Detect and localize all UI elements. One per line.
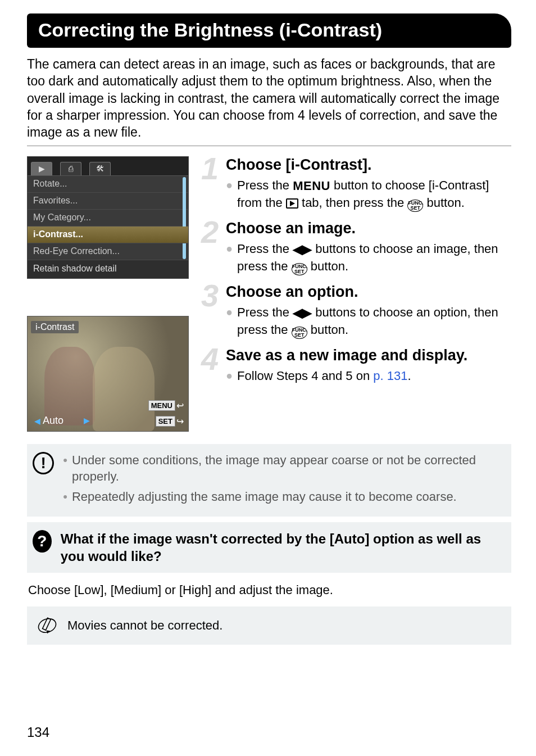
camera-screenshot: i-Contrast Auto ▶ MENU ↩ SET ↪ <box>27 316 189 432</box>
step-number: 3 <box>201 280 219 311</box>
step-number: 2 <box>201 216 219 248</box>
left-column: ▶ ⎙ 🛠 Rotate... Favorites... My Category… <box>27 156 189 432</box>
question-icon: ? <box>33 530 52 553</box>
text-fragment: tab, then press the <box>298 196 407 210</box>
bullet-text: Press the ◀▶ buttons to choose an option… <box>237 304 511 339</box>
text-fragment: button. <box>423 196 464 210</box>
bullet-dot-icon: ● <box>226 241 233 275</box>
caution-text: Repeatedly adjusting the same image may … <box>72 488 457 505</box>
note-text: Movies cannot be corrected. <box>67 618 222 633</box>
step-2: 2 Choose an image. ● Press the ◀▶ button… <box>201 220 511 275</box>
question-block: ? What if the image wasn't corrected by … <box>27 522 511 573</box>
tab-tools: 🛠 <box>89 162 111 175</box>
page-number: 134 <box>27 725 49 740</box>
menu-item-favorites: Favorites... <box>28 193 188 210</box>
step-title: Choose an option. <box>226 283 511 301</box>
menu-caption: Retain shadow detail <box>28 260 188 278</box>
camera-menu-indicator: MENU ↩ <box>148 400 184 411</box>
intro-paragraph: The camera can detect areas in an image,… <box>27 56 511 141</box>
step-3: 3 Choose an option. ● Press the ◀▶ butto… <box>201 283 511 339</box>
caution-item: Repeatedly adjusting the same image may … <box>63 488 502 505</box>
note-block: Movies cannot be corrected. <box>27 606 511 645</box>
text-fragment: button. <box>307 323 348 337</box>
bullet-dot-icon: ● <box>226 368 233 384</box>
step-bullet: ● Press the ◀▶ buttons to choose an imag… <box>226 241 511 275</box>
camera-auto-label: Auto <box>34 415 63 427</box>
camera-figure-left <box>44 347 95 425</box>
divider <box>27 146 511 146</box>
step-4: 4 Save as a new image and display. ● Fol… <box>201 347 511 384</box>
step-bullet: ● Follow Steps 4 and 5 on p. 131. <box>226 368 511 384</box>
step-title: Save as a new image and display. <box>226 347 511 364</box>
bullet-text: Press the ◀▶ buttons to choose an image,… <box>237 241 511 275</box>
answer-text: Choose [Low], [Medium] or [High] and adj… <box>28 583 511 597</box>
page-link[interactable]: p. 131 <box>373 369 407 383</box>
set-button-label: SET <box>156 416 175 427</box>
enter-icon: ↪ <box>176 416 184 427</box>
text-fragment: button. <box>307 259 348 273</box>
content-columns: ▶ ⎙ 🛠 Rotate... Favorites... My Category… <box>27 156 511 432</box>
step-title: Choose [i-Contrast]. <box>226 156 511 174</box>
caution-list: Under some conditions, the image may app… <box>63 452 502 509</box>
bullet-text: Follow Steps 4 and 5 on p. 131. <box>237 368 511 384</box>
func-set-icon: FUNC.SET <box>407 200 423 212</box>
camera-top-label: i-Contrast <box>31 321 79 333</box>
tools-tab-icon: 🛠 <box>96 164 104 173</box>
menu-button-label: MENU <box>148 400 175 411</box>
right-arrow-icon: ▶ <box>84 416 90 425</box>
right-column: 1 Choose [i-Contrast]. ● Press the MENU … <box>201 156 511 432</box>
menu-tabs: ▶ ⎙ 🛠 <box>28 157 188 176</box>
step-1: 1 Choose [i-Contrast]. ● Press the MENU … <box>201 156 511 212</box>
bullet-dot-icon: ● <box>226 304 233 339</box>
caution-block: ! Under some conditions, the image may a… <box>27 444 511 517</box>
step-number: 1 <box>201 153 219 184</box>
page: Correcting the Brightness (i-Contrast) T… <box>0 0 536 756</box>
text-fragment: Press the <box>237 178 293 192</box>
step-bullet: ● Press the MENU button to choose [i-Con… <box>226 177 511 212</box>
step-bullet: ● Press the ◀▶ buttons to choose an opti… <box>226 304 511 339</box>
text-fragment: Press the <box>237 305 293 319</box>
tab-print: ⎙ <box>60 162 81 175</box>
play-icon <box>286 198 298 209</box>
play-tab-icon: ▶ <box>39 164 45 173</box>
step-title: Choose an image. <box>226 220 511 237</box>
caution-text: Under some conditions, the image may app… <box>72 452 502 485</box>
pencil-icon <box>36 614 58 637</box>
camera-set-indicator: SET ↪ <box>156 416 184 427</box>
text-fragment: Press the <box>237 242 293 256</box>
scroll-indicator <box>183 177 186 259</box>
camera-figure-right <box>93 347 155 431</box>
bullet-text: Press the MENU button to choose [i-Contr… <box>237 177 511 212</box>
undo-icon: ↩ <box>176 400 184 411</box>
left-right-arrow-icon: ◀▶ <box>293 305 312 322</box>
page-title: Correcting the Brightness (i-Contrast) <box>27 13 511 48</box>
menu-item-icontrast: i-Contrast... <box>28 227 188 243</box>
step-number: 4 <box>201 343 219 375</box>
caution-icon: ! <box>33 452 54 474</box>
menu-item-mycategory: My Category... <box>28 210 188 227</box>
question-text: What if the image wasn't corrected by th… <box>61 530 502 565</box>
text-fragment: Follow Steps 4 and 5 on <box>237 369 373 383</box>
func-set-icon: FUNC.SET <box>292 263 307 275</box>
menu-item-rotate: Rotate... <box>28 176 188 193</box>
menu-word-icon: MENU <box>293 178 330 194</box>
bullet-dot-icon: ● <box>226 177 233 212</box>
left-right-arrow-icon: ◀▶ <box>293 241 312 258</box>
menu-body: Rotate... Favorites... My Category... i-… <box>28 176 188 260</box>
title-wrap: Correcting the Brightness (i-Contrast) <box>27 13 511 48</box>
menu-item-redeye: Red-Eye Correction... <box>28 243 188 260</box>
menu-screenshot: ▶ ⎙ 🛠 Rotate... Favorites... My Category… <box>27 156 189 279</box>
print-tab-icon: ⎙ <box>69 164 73 173</box>
text-fragment: . <box>407 369 411 383</box>
func-set-icon: FUNC.SET <box>292 327 307 339</box>
tab-playback: ▶ <box>31 162 52 175</box>
caution-item: Under some conditions, the image may app… <box>63 452 502 485</box>
